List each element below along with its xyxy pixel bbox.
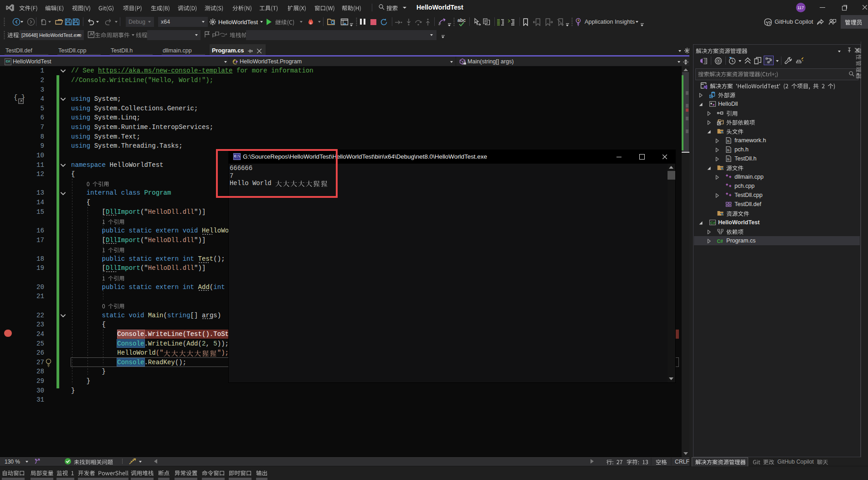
svg-text:C#: C# [710, 221, 715, 225]
svg-text:h: h [727, 139, 729, 143]
svg-text:C#: C# [717, 238, 724, 244]
svg-text:h: h [727, 157, 729, 161]
svg-text:h: h [727, 148, 729, 152]
